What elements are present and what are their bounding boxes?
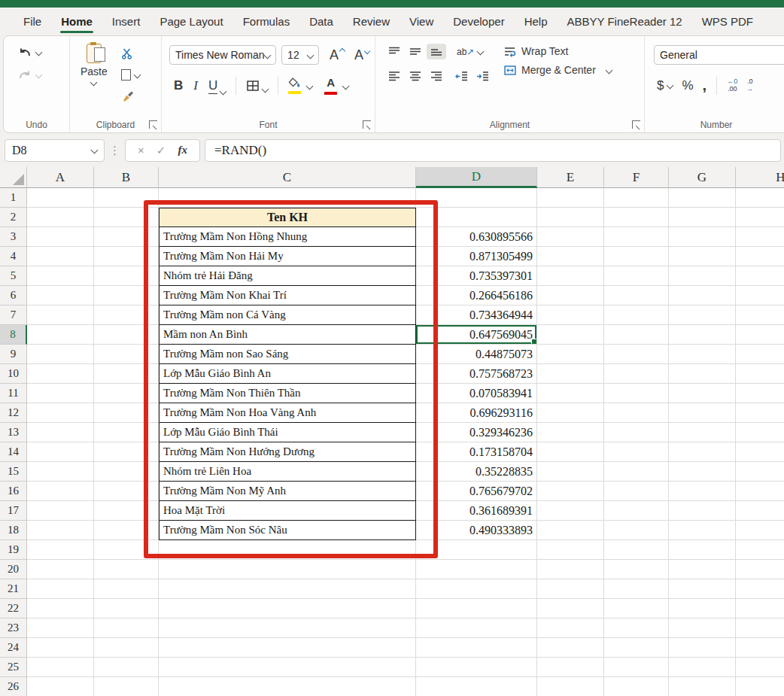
cell-E19[interactable] (537, 540, 604, 560)
italic-button[interactable]: I (189, 77, 202, 95)
cell-H19[interactable] (736, 540, 784, 560)
cell-D3[interactable]: 0.630895566 (416, 227, 537, 247)
cell-G4[interactable] (669, 247, 736, 266)
cell-B26[interactable] (94, 677, 159, 696)
bold-button[interactable]: B (169, 77, 187, 95)
chevron-down-icon[interactable] (667, 82, 674, 90)
font-color-button[interactable]: A (320, 75, 342, 96)
cell-A21[interactable] (27, 579, 94, 599)
cell-B3[interactable] (94, 227, 159, 247)
cell-D10[interactable]: 0.757568723 (416, 364, 537, 384)
cell-C23[interactable] (159, 618, 416, 638)
cell-H22[interactable] (736, 599, 784, 618)
cell-E24[interactable] (537, 638, 604, 658)
increase-font-size-button[interactable]: A (324, 47, 344, 63)
cell-G20[interactable] (669, 560, 736, 579)
cell-H7[interactable] (736, 305, 784, 325)
cell-E15[interactable] (537, 462, 604, 482)
cell-G2[interactable] (669, 208, 736, 227)
cell-B13[interactable] (94, 423, 159, 442)
paste-button[interactable]: Paste (76, 42, 112, 117)
cell-F3[interactable] (604, 227, 669, 247)
font-dialog-launcher-icon[interactable] (363, 120, 371, 129)
cell-A19[interactable] (27, 540, 94, 560)
cell-F24[interactable] (604, 638, 669, 658)
cell-F13[interactable] (604, 423, 669, 442)
cell-D6[interactable]: 0.266456186 (416, 286, 537, 305)
menu-tab-help[interactable]: Help (515, 8, 558, 35)
enter-check-icon[interactable]: ✓ (156, 144, 166, 157)
cell-F10[interactable] (604, 364, 669, 384)
cell-D11[interactable]: 0.070583941 (416, 384, 537, 403)
cell-A17[interactable] (27, 501, 94, 521)
chevron-down-icon[interactable] (605, 66, 612, 74)
align-right-button[interactable] (427, 68, 446, 84)
cell-E6[interactable] (537, 286, 604, 305)
cell-A4[interactable] (27, 247, 94, 266)
cell-A22[interactable] (27, 599, 94, 618)
cell-C10[interactable]: Lớp Mẫu Giáo Bình An (159, 364, 416, 384)
cell-A23[interactable] (27, 618, 94, 638)
cell-D4[interactable]: 0.871305499 (416, 247, 537, 266)
row-header-12[interactable]: 12 (0, 403, 27, 423)
currency-format-button[interactable]: $ (654, 76, 676, 96)
cell-C5[interactable]: Nhóm trẻ Hải Đăng (159, 266, 416, 286)
cell-D8[interactable]: 0.647569045 (416, 325, 537, 345)
decrease-font-size-button[interactable]: A (349, 47, 369, 63)
cell-C16[interactable]: Trường Mầm Non Mỹ Anh (159, 482, 416, 501)
cell-A24[interactable] (27, 638, 94, 658)
cell-C12[interactable]: Trường Mầm Non Hoa Vàng Anh (159, 403, 416, 423)
cell-D2[interactable] (416, 208, 537, 227)
cell-B9[interactable] (94, 345, 159, 364)
name-box[interactable]: D8 (5, 139, 105, 162)
row-header-16[interactable]: 16 (0, 482, 27, 501)
cell-D7[interactable]: 0.734364944 (416, 305, 537, 325)
cell-H23[interactable] (736, 618, 784, 638)
cell-C25[interactable] (159, 658, 416, 677)
cell-D20[interactable] (416, 560, 537, 579)
cell-F2[interactable] (604, 208, 669, 227)
undo-button[interactable] (14, 44, 69, 60)
cell-H16[interactable] (736, 482, 784, 501)
cell-G13[interactable] (669, 423, 736, 442)
decrease-indent-button[interactable] (452, 68, 472, 84)
row-header-18[interactable]: 18 (0, 521, 27, 540)
chevron-down-icon[interactable] (477, 48, 485, 56)
cell-E22[interactable] (537, 599, 604, 618)
cell-E16[interactable] (537, 482, 604, 501)
insert-function-icon[interactable]: fx (178, 144, 187, 157)
cell-H17[interactable] (736, 501, 784, 521)
cell-D1[interactable] (416, 188, 537, 208)
cell-F23[interactable] (604, 618, 669, 638)
menu-tab-developer[interactable]: Developer (443, 8, 514, 35)
redo-button[interactable] (14, 66, 69, 83)
cell-D18[interactable]: 0.490333893 (416, 521, 537, 540)
underline-button[interactable]: U (204, 77, 230, 96)
cell-B16[interactable] (94, 482, 159, 501)
cell-H9[interactable] (736, 345, 784, 364)
cell-A20[interactable] (27, 560, 94, 579)
cell-C6[interactable]: Trường Mầm Non Khai Trí (159, 286, 416, 305)
cell-B2[interactable] (94, 208, 159, 227)
cell-C15[interactable]: Nhóm trẻ Liên Hoa (159, 462, 416, 482)
cell-H8[interactable] (736, 325, 784, 345)
chevron-down-icon[interactable] (35, 48, 43, 56)
cell-G21[interactable] (669, 579, 736, 599)
merge-center-button[interactable]: Merge & Center (503, 64, 612, 76)
menu-tab-abbyy-finereader-12[interactable]: ABBYY FineReader 12 (558, 8, 692, 35)
menu-tab-review[interactable]: Review (343, 8, 400, 35)
cell-E9[interactable] (537, 345, 604, 364)
select-all-corner[interactable] (0, 167, 27, 188)
menu-tab-data[interactable]: Data (299, 8, 343, 35)
cell-C24[interactable] (159, 638, 416, 658)
align-middle-button[interactable] (406, 44, 425, 59)
cell-E25[interactable] (537, 658, 604, 677)
cell-A11[interactable] (27, 384, 94, 403)
cell-B10[interactable] (94, 364, 159, 384)
cell-C4[interactable]: Trường Mầm Non Hải My (159, 247, 416, 266)
clipboard-dialog-launcher-icon[interactable] (149, 120, 157, 129)
menu-tab-home[interactable]: Home (51, 8, 102, 35)
cell-A9[interactable] (27, 345, 94, 364)
cell-F26[interactable] (604, 677, 669, 696)
cell-G18[interactable] (669, 521, 736, 540)
